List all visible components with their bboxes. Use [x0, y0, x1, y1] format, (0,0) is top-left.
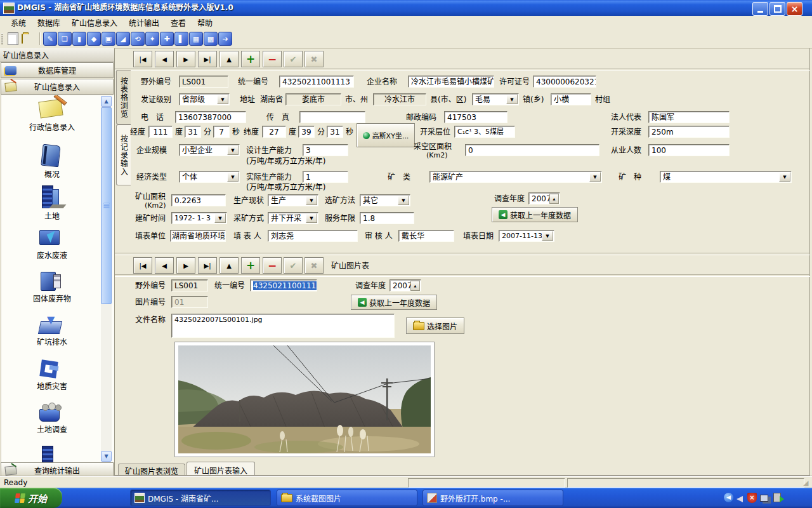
- pic-fetch-previous-year-button[interactable]: ◀获取上一年度数据: [351, 295, 437, 310]
- economic-type-select[interactable]: 个体▼: [179, 171, 240, 183]
- nav1-cancel-button[interactable]: ✖: [304, 51, 324, 67]
- toolbar-solid-waste-icon[interactable]: ▣: [102, 32, 115, 46]
- longitude-deg-input[interactable]: 111: [148, 126, 173, 138]
- nav1-prev-button[interactable]: ◀: [155, 51, 174, 67]
- toolbar-overview-icon[interactable]: ❏: [58, 32, 72, 46]
- nav2-cancel-button[interactable]: ✖: [304, 257, 324, 274]
- workers-input[interactable]: 100: [648, 144, 730, 156]
- start-button[interactable]: 开始: [0, 488, 62, 508]
- nav2-next-button[interactable]: ▶: [176, 257, 195, 274]
- nav2-delete-button[interactable]: −: [263, 257, 282, 274]
- menu-database[interactable]: 数据库: [32, 17, 66, 28]
- nav2-add-button[interactable]: +: [241, 257, 260, 274]
- toolbar-column-icon[interactable]: ▌: [174, 32, 188, 46]
- nav1-post-button[interactable]: ✔: [284, 51, 303, 67]
- menu-system[interactable]: 系统: [5, 17, 32, 28]
- taskbar-task-screenshots-folder[interactable]: 系统截图图片: [277, 490, 417, 506]
- tab-input-by-record[interactable]: 按记录输入: [116, 124, 131, 185]
- toolbar-add-icon[interactable]: ✚: [160, 32, 174, 46]
- nav1-up-button[interactable]: ▲: [219, 51, 239, 67]
- menu-help[interactable]: 帮助: [192, 17, 218, 28]
- toolbar-drainage-icon[interactable]: ◢: [116, 32, 130, 46]
- postcode-input[interactable]: 417503: [444, 111, 508, 123]
- toolbar-admin-entry-icon[interactable]: ✎: [43, 32, 57, 46]
- sidebar-group-mine-entry[interactable]: 矿山信息录入: [1, 79, 114, 95]
- menu-mine-info-entry[interactable]: 矿山信息录入: [66, 17, 123, 28]
- sidebar-item-wastewater[interactable]: 废水废液: [1, 226, 103, 267]
- dressing-method-select[interactable]: 其它▼: [360, 194, 410, 206]
- mining-layer-input[interactable]: C₁c¹ 3、5煤层: [454, 126, 515, 138]
- nav1-last-button[interactable]: ▶|: [198, 51, 217, 67]
- phone-input[interactable]: 13607387000: [175, 111, 246, 123]
- toolbar-grid-icon[interactable]: ▩: [204, 32, 218, 46]
- minimize-button[interactable]: [752, 2, 768, 16]
- toolbar-table-icon[interactable]: ▦: [189, 32, 203, 46]
- nav1-add-button[interactable]: +: [241, 51, 260, 67]
- close-button[interactable]: ×: [787, 2, 802, 16]
- latitude-sec-input[interactable]: 31: [327, 126, 343, 138]
- mining-depth-input[interactable]: 250m: [648, 126, 730, 138]
- tray-security-shield-icon[interactable]: ×: [747, 493, 757, 503]
- sidebar-item-overview[interactable]: 概况: [1, 142, 103, 183]
- choose-picture-button[interactable]: 选择图片: [406, 318, 464, 334]
- build-time-select[interactable]: 1972- 1- 3▼: [171, 212, 227, 224]
- latitude-min-input[interactable]: 39: [298, 126, 315, 138]
- unified-no-input[interactable]: 43250211001113: [279, 76, 354, 88]
- toolbar-land-icon[interactable]: ▮: [72, 32, 86, 46]
- auditor-input[interactable]: 戴长华: [398, 230, 454, 242]
- sidebar-scroll-up[interactable]: ▲: [101, 96, 112, 107]
- fetch-previous-year-button[interactable]: ◀获取上一年度数据: [492, 207, 578, 222]
- sidebar-group-database[interactable]: 数据库管理: [1, 62, 114, 78]
- enterprise-name-input[interactable]: 冷水江市毛易镇小横煤矿: [408, 76, 494, 88]
- license-no-input[interactable]: 4300000620321: [533, 76, 596, 88]
- enterprise-scale-select[interactable]: 小型企业▼: [179, 144, 240, 156]
- pic-unified-no-input[interactable]: 43250211001113: [250, 279, 317, 291]
- tray-network-icon[interactable]: [760, 495, 768, 502]
- taskbar-task-bmp-paint[interactable]: 野外版打开.bmp -...: [422, 490, 563, 506]
- tab-browse-by-table[interactable]: 按表格浏览: [116, 70, 131, 124]
- license-level-select[interactable]: 省部级▼: [179, 93, 230, 105]
- sidebar-item-land[interactable]: 土地: [1, 184, 103, 225]
- nav1-next-button[interactable]: ▶: [176, 51, 195, 67]
- open-file-icon[interactable]: [22, 34, 23, 43]
- menu-view[interactable]: 查看: [165, 17, 192, 28]
- longitude-sec-input[interactable]: 7: [213, 126, 230, 138]
- menu-stat-output[interactable]: 统计输出: [123, 17, 165, 28]
- toolbar-land-survey-icon[interactable]: ✦: [145, 32, 159, 46]
- nav2-prev-button[interactable]: ◀: [155, 257, 174, 274]
- actual-capacity-input[interactable]: 1: [303, 171, 348, 183]
- fill-unit-input[interactable]: 湖南省地质环境: [170, 230, 226, 242]
- nav1-delete-button[interactable]: −: [263, 51, 282, 67]
- restore-button[interactable]: [769, 2, 785, 16]
- tray-server-icon[interactable]: [773, 493, 781, 502]
- taskbar-task-dmgis[interactable]: DMGIS - 湖南省矿...: [130, 490, 271, 506]
- fill-person-input[interactable]: 刘志尧: [268, 230, 358, 242]
- pic-survey-year-spinner[interactable]: 2007▲▼: [390, 279, 421, 291]
- mining-method-select[interactable]: 井下开采▼: [268, 212, 318, 224]
- nav2-post-button[interactable]: ✔: [284, 257, 303, 274]
- mine-kind-select[interactable]: 煤▼: [660, 171, 792, 183]
- nav2-up-button[interactable]: ▲: [219, 257, 239, 274]
- county-select[interactable]: 毛易▼: [472, 93, 519, 105]
- new-file-icon[interactable]: [8, 32, 18, 45]
- tray-volume-icon[interactable]: [737, 496, 743, 502]
- fill-date-select[interactable]: 2007-11-13▼: [499, 230, 554, 242]
- nav1-first-button[interactable]: |◀: [133, 51, 152, 67]
- goaf-area-input[interactable]: 0: [465, 144, 599, 156]
- longitude-min-input[interactable]: 31: [185, 126, 201, 138]
- nav2-first-button[interactable]: |◀: [133, 257, 152, 274]
- gauss-xy-button[interactable]: 高斯XY坐...: [357, 123, 415, 147]
- sidebar-item-admin-entry[interactable]: 行政信息录入: [1, 98, 103, 146]
- production-status-select[interactable]: 生产▼: [268, 194, 318, 206]
- toolbar-export-icon[interactable]: ➔: [218, 32, 232, 46]
- service-years-input[interactable]: 1.8: [360, 212, 414, 224]
- sidebar-item-geo-hazard[interactable]: 地质灾害: [1, 358, 103, 399]
- survey-year-spinner[interactable]: 2007▲▼: [528, 192, 560, 204]
- latitude-deg-input[interactable]: 27: [262, 126, 286, 138]
- sidebar-item-solid-waste[interactable]: 固体废弃物: [1, 269, 103, 310]
- mine-area-input[interactable]: 0.2263: [171, 194, 226, 206]
- tray-hide-icons-icon[interactable]: ◀: [724, 493, 733, 502]
- town-input[interactable]: 小横: [551, 93, 591, 105]
- legal-rep-input[interactable]: 陈国军: [648, 111, 730, 123]
- filename-input[interactable]: 4325022007LS00101.jpg: [171, 314, 395, 338]
